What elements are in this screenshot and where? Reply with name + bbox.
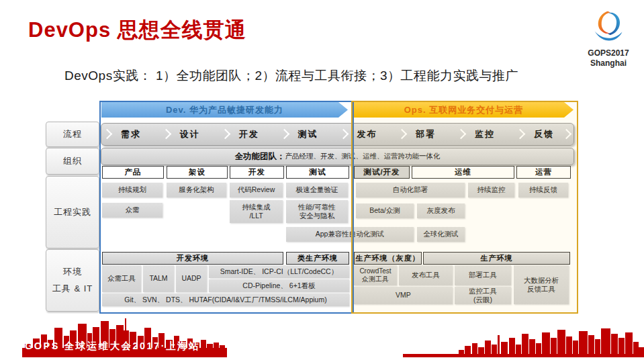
practice-continuous-planning: 持续规划 xyxy=(102,183,163,197)
tool-smart-ide: Smart-IDE、 ICP-CI（LLT/CodeCC） xyxy=(209,265,349,278)
row-label-organization: 组织 xyxy=(46,148,99,175)
tool-vmp: VMP xyxy=(354,287,453,304)
role-product: 产品 xyxy=(102,166,164,179)
chevron-right-icon xyxy=(456,129,467,140)
logo-line2: Shanghai xyxy=(580,58,637,69)
tool-uadp: UADP xyxy=(176,265,207,292)
practice-crowd-requirements: 众需 xyxy=(102,203,163,218)
process-step: 设计 xyxy=(160,124,220,145)
role-operation: 运营 xyxy=(516,166,571,179)
practice-perf-reliability: 性能/可靠性 安全与隐私 xyxy=(286,200,348,223)
chevron-right-icon xyxy=(338,129,349,140)
practice-continuous-feedback: 持续反馈 xyxy=(518,183,568,197)
chevron-right-icon xyxy=(561,129,572,140)
tool-monitor: 监控工具 (云眼) xyxy=(455,287,511,304)
process-band: 需求 设计 开发 测试 发布 部署 监控 反馈 xyxy=(101,123,574,146)
role-testdev: 测试/开发 xyxy=(354,166,410,179)
tool-crowdtest: CrowdTest 众测工具 xyxy=(354,265,397,285)
slide: DevOps 思想全线贯通 DevOps实践： 1）全功能团队；2）流程与工具衔… xyxy=(0,0,644,362)
chevron-right-icon xyxy=(161,129,172,140)
process-step: 开发 xyxy=(220,124,279,145)
practice-beta-crowdtest: Beta/众测 xyxy=(356,203,414,218)
env-staging: 类生产环境 xyxy=(286,252,349,265)
role-test: 测试 xyxy=(286,166,349,179)
process-step: 发布 xyxy=(338,124,397,145)
tool-scm-line: Git、 SVN、 DTS、 HUTAF(CIDA/I&V工厂/TMSS/iLC… xyxy=(102,293,349,306)
practice-continuous-integration: 持续集成 /LLT xyxy=(230,200,283,223)
gops-logo: GOPS2017 Shanghai xyxy=(580,8,637,69)
row-label-environment: 环境 工具 & IT xyxy=(46,249,99,312)
subtitle: DevOps实践： 1）全功能团队；2）流程与工具衔接；3）工程能力实践与推广 xyxy=(64,67,518,85)
chevron-right-icon xyxy=(397,129,408,140)
dev-arrow-banner: Dev. 华为产品敏捷研发能力 xyxy=(101,102,348,118)
row-label-engineering: 工程实践 xyxy=(46,176,99,248)
page-title: DevOps 思想全线贯通 xyxy=(28,16,246,44)
practice-fast-full-verification: 极速全量验证 xyxy=(286,183,348,197)
organization-band: 全功能团队： 产品经理、开发、测试、运维、运营跨功能一体化 xyxy=(101,148,574,165)
process-step: 监控 xyxy=(455,124,514,145)
chevron-right-icon xyxy=(220,129,230,140)
practice-globalization-test: 全球化测试 xyxy=(417,227,465,242)
logo-line1: GOPS2017 xyxy=(580,48,637,58)
gops-swirl-icon xyxy=(588,8,629,46)
process-step: 需求 xyxy=(101,124,160,145)
process-step-label: 开发 xyxy=(239,128,259,140)
process-step-label: 设计 xyxy=(180,128,200,140)
process-step-label: 测试 xyxy=(298,128,318,140)
practice-gray-release: 灰度发布 xyxy=(417,203,465,218)
env-prod: 生产环境 xyxy=(423,252,570,265)
env-dev: 开发环境 xyxy=(102,252,283,265)
tool-deploy: 部署工具 xyxy=(455,265,511,285)
process-step-label: 反馈 xyxy=(534,128,554,140)
process-step: 部署 xyxy=(396,124,455,145)
env-prod-gray: 生产环境（灰度） xyxy=(354,252,422,265)
process-step: 反馈 xyxy=(514,124,573,145)
role-ops: 运维 xyxy=(412,166,514,179)
process-step-label: 监控 xyxy=(475,128,495,140)
chevron-right-icon xyxy=(102,129,113,140)
practice-auto-deployment: 自动化部署 xyxy=(356,183,465,197)
process-step-label: 部署 xyxy=(416,128,436,140)
chevron-right-icon xyxy=(515,129,526,140)
ops-arrow-banner: Ops. 互联网业务交付与运营 xyxy=(354,102,573,118)
tool-cd-pipeline: CD-Pipeline、 6+1看板 xyxy=(209,279,349,292)
organization-prefix: 全功能团队： xyxy=(235,151,285,163)
practice-app-compatibility: App兼容性自动化测试 xyxy=(286,227,414,242)
chevron-right-icon xyxy=(279,129,289,140)
tool-crowd-req: 众需工具 xyxy=(102,265,141,292)
city-skyline-right xyxy=(403,327,644,359)
tool-release: 发布工具 xyxy=(399,265,453,285)
process-step: 测试 xyxy=(279,124,338,145)
row-label-process: 流程 xyxy=(46,122,99,147)
role-architecture: 架设 xyxy=(167,166,228,179)
role-dev: 开发 xyxy=(230,166,284,179)
practice-code-review: 代码Review xyxy=(230,183,283,197)
practice-continuous-monitoring: 持续监控 xyxy=(468,183,514,197)
tool-bigdata: 大数据分析 反馈工具 xyxy=(514,265,569,304)
organization-detail: 产品经理、开发、测试、运维、运营跨功能一体化 xyxy=(285,152,441,161)
process-step-label: 需求 xyxy=(121,128,141,140)
tool-talm: TALM xyxy=(143,265,174,292)
practice-service-architecture: 服务化架构 xyxy=(167,183,226,197)
process-step-label: 发布 xyxy=(357,128,377,140)
conference-banner: GOPS 全球运维大会2017·上海站 xyxy=(25,340,200,353)
